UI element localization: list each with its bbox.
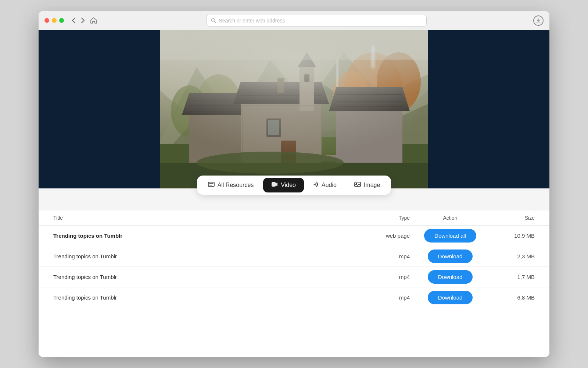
table-row: Trending topics on Tumblr mp4 Download 2… (39, 246, 549, 267)
download-button-3[interactable]: Download (428, 291, 473, 304)
video-icon (271, 182, 278, 188)
svg-rect-42 (208, 182, 214, 187)
hero-sidebar-left (39, 30, 160, 188)
title-bar: Search or enter web address (39, 11, 549, 30)
svg-rect-40 (160, 30, 428, 188)
traffic-lights (44, 18, 64, 23)
table-row: Trending topics on Tumblr mp4 Download 1… (39, 267, 549, 287)
row-type-1: mp4 (358, 253, 417, 259)
tab-image[interactable]: Image (346, 178, 388, 192)
address-bar-container: Search or enter web address (104, 15, 529, 26)
svg-rect-37 (277, 78, 284, 93)
header-title: Title (53, 215, 358, 221)
row-title-3: Trending topics on Tumblr (53, 289, 358, 307)
svg-rect-43 (272, 182, 276, 187)
address-placeholder: Search or enter web address (219, 18, 285, 24)
hero-image (160, 30, 428, 188)
row-title-0: Trending topics on Tumblr (53, 227, 358, 245)
svg-rect-41 (160, 30, 428, 60)
hero-sidebar-right (428, 30, 549, 188)
tab-area: All Resources Video (39, 188, 549, 210)
row-action-0: Download all (417, 229, 483, 243)
tab-audio-label: Audio (322, 182, 337, 188)
tab-all-resources-label: All Resources (218, 182, 254, 188)
row-size-2: 1,7 MB (483, 274, 535, 280)
row-type-2: mp4 (358, 274, 417, 280)
image-icon (354, 182, 361, 188)
tab-audio[interactable]: Audio (305, 178, 345, 192)
audio-icon (313, 181, 319, 189)
tab-all-resources[interactable]: All Resources (200, 178, 262, 192)
table-header: Title Type Action Size (39, 210, 549, 226)
tab-video-label: Video (281, 182, 296, 188)
download-status-button[interactable] (533, 15, 544, 26)
row-action-3: Download (417, 291, 483, 304)
row-action-1: Download (417, 250, 483, 263)
header-action: Action (417, 215, 483, 221)
row-type-0: web page (358, 233, 417, 239)
search-icon (211, 18, 216, 23)
page-content: All Resources Video (39, 30, 549, 357)
row-title-1: Trending topics on Tumblr (53, 247, 358, 265)
tab-image-label: Image (364, 182, 380, 188)
home-button[interactable] (88, 16, 99, 25)
address-bar[interactable]: Search or enter web address (206, 15, 427, 26)
svg-point-0 (211, 18, 215, 22)
hero-area (39, 30, 549, 188)
all-resources-icon (208, 182, 215, 188)
header-type: Type (358, 215, 417, 221)
hero-image-visual (160, 30, 428, 188)
forward-button[interactable] (79, 16, 87, 25)
tab-bar: All Resources Video (197, 176, 391, 195)
row-size-1: 2,3 MB (483, 253, 535, 259)
svg-rect-10 (336, 60, 338, 89)
close-button[interactable] (44, 18, 49, 23)
svg-marker-29 (298, 52, 316, 67)
download-all-button[interactable]: Download all (424, 229, 476, 243)
minimize-button[interactable] (52, 18, 57, 23)
download-button-1[interactable]: Download (428, 250, 473, 263)
tab-video[interactable]: Video (263, 178, 304, 192)
maximize-button[interactable] (59, 18, 64, 23)
svg-rect-30 (304, 74, 309, 82)
back-button[interactable] (70, 16, 78, 25)
nav-buttons (70, 16, 99, 25)
header-size: Size (483, 215, 535, 221)
table-area: Title Type Action Size Trending topics o… (39, 210, 549, 357)
row-action-2: Download (417, 270, 483, 284)
table-row: Trending topics on Tumblr web page Downl… (39, 226, 549, 246)
row-size-0: 10,9 MB (483, 233, 535, 239)
svg-rect-11 (337, 60, 338, 82)
svg-point-44 (313, 184, 315, 185)
table-row: Trending topics on Tumblr mp4 Download 6… (39, 287, 549, 308)
row-title-2: Trending topics on Tumblr (53, 268, 358, 286)
browser-window: Search or enter web address (39, 11, 549, 357)
row-type-3: mp4 (358, 294, 417, 301)
row-size-3: 6,8 MB (483, 294, 535, 301)
download-button-2[interactable]: Download (428, 270, 473, 284)
